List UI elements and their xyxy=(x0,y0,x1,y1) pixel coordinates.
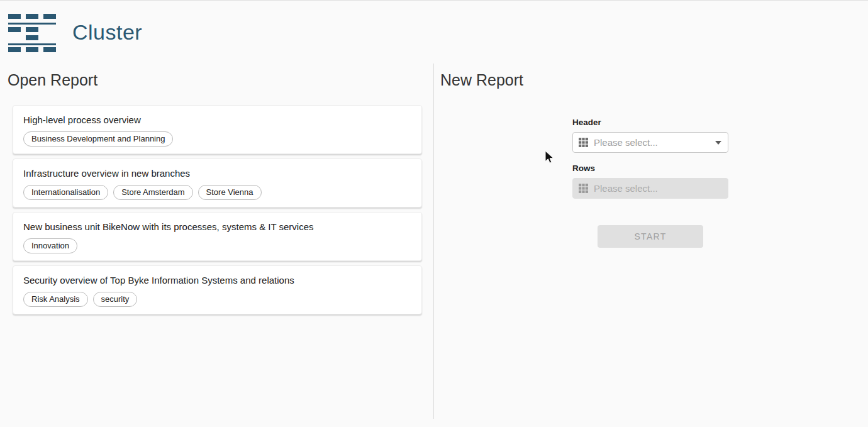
report-card[interactable]: New business unit BikeNow with its proce… xyxy=(13,212,422,261)
report-tags: Innovation xyxy=(23,238,411,253)
rows-select-placeholder: Please select... xyxy=(594,183,658,194)
report-card[interactable]: Security overview of Top Byke Informatio… xyxy=(13,265,422,314)
report-tag: Store Amsterdam xyxy=(113,185,192,200)
report-tag: Store Vienna xyxy=(198,185,262,200)
brand-title: Cluster xyxy=(72,20,142,45)
grid-icon xyxy=(578,137,589,148)
rows-field-label: Rows xyxy=(572,164,728,173)
header-field-label: Header xyxy=(572,118,728,127)
new-report-heading: New Report xyxy=(440,71,868,89)
grid-icon xyxy=(578,183,589,194)
report-title: New business unit BikeNow with its proce… xyxy=(23,221,411,233)
top-bar: Cluster xyxy=(0,1,868,64)
cluster-logo-icon xyxy=(8,14,56,50)
report-title: High-level process overview xyxy=(23,114,411,126)
chevron-down-icon xyxy=(715,141,721,145)
new-report-form: Header Please select... Rows xyxy=(572,118,728,248)
new-report-panel: New Report Header Please select... xyxy=(434,64,868,427)
report-tags: Business Development and Planning xyxy=(23,131,411,147)
report-tag: Risk Analysis xyxy=(23,292,88,307)
header-select-placeholder: Please select... xyxy=(594,137,658,148)
report-tags: Risk Analysissecurity xyxy=(23,292,411,307)
report-title: Infrastructure overview in new branches xyxy=(23,167,411,179)
report-tag: Internationalisation xyxy=(23,185,108,200)
report-card[interactable]: Infrastructure overview in new branches … xyxy=(13,158,422,208)
start-button[interactable]: START xyxy=(598,225,703,248)
report-list: High-level process overview Business Dev… xyxy=(13,105,422,314)
report-title: Security overview of Top Byke Informatio… xyxy=(23,274,411,286)
open-report-heading: Open Report xyxy=(8,71,433,89)
report-card[interactable]: High-level process overview Business Dev… xyxy=(13,105,422,154)
report-tag: security xyxy=(93,292,138,307)
report-tag: Business Development and Planning xyxy=(23,131,173,147)
report-tag: Innovation xyxy=(23,238,77,253)
header-select[interactable]: Please select... xyxy=(572,132,728,153)
report-tags: InternationalisationStore AmsterdamStore… xyxy=(23,185,411,200)
rows-select[interactable]: Please select... xyxy=(572,178,728,199)
open-report-panel: Open Report High-level process overview … xyxy=(0,64,433,427)
